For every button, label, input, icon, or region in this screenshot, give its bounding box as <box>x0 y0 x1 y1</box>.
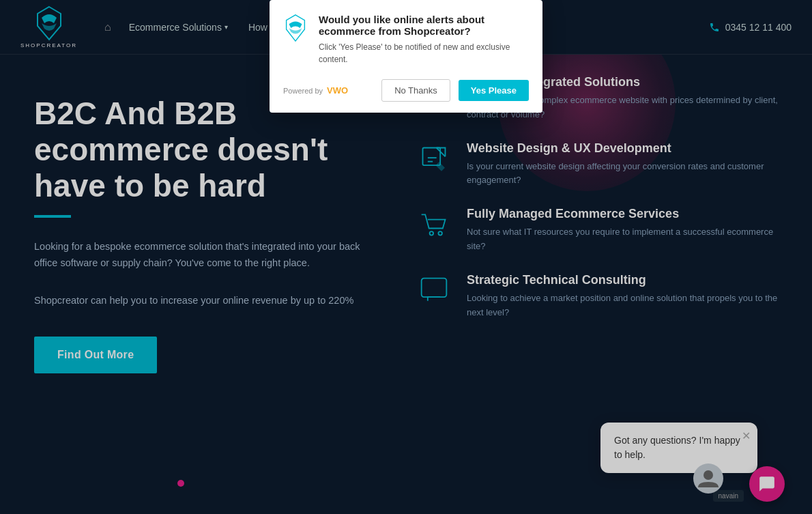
yes-please-button[interactable]: Yes Please <box>459 80 529 101</box>
popup-subtitle: Click 'Yes Please' to be notified of new… <box>319 41 529 66</box>
powered-by: Powered by VWO <box>283 85 348 96</box>
popup-overlay[interactable]: Would you like online alerts about ecomm… <box>0 0 812 514</box>
vwo-logo: VWO <box>327 85 348 96</box>
popup-header: Would you like online alerts about ecomm… <box>270 0 542 72</box>
popup-logo-icon <box>283 14 308 42</box>
alert-popup: Would you like online alerts about ecomm… <box>270 0 542 113</box>
popup-footer: Powered by VWO No Thanks Yes Please <box>270 72 542 113</box>
popup-title: Would you like online alerts about ecomm… <box>319 14 529 37</box>
no-thanks-button[interactable]: No Thanks <box>381 79 450 102</box>
